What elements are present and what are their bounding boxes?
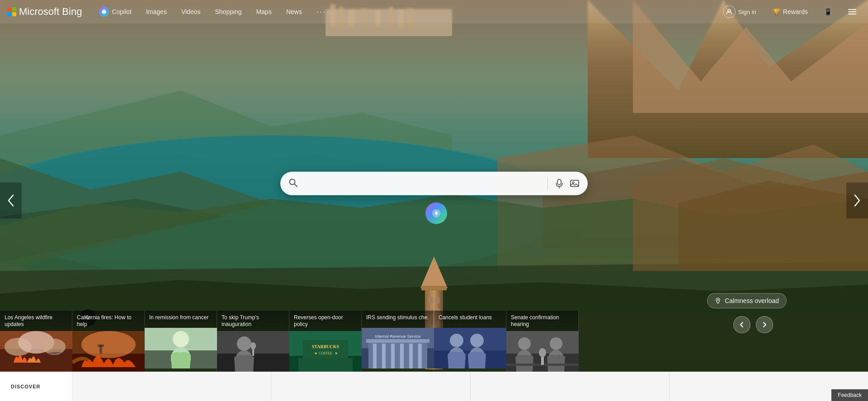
discover-card-1[interactable] — [72, 372, 271, 401]
svg-point-91 — [450, 334, 463, 347]
news-card-image — [145, 328, 217, 368]
news-card-wildfire[interactable]: Los Angeles wildfire updates — [0, 311, 72, 372]
news-card-image — [217, 331, 289, 372]
svg-rect-46 — [571, 180, 579, 187]
nav-news[interactable]: News — [280, 5, 308, 18]
svg-rect-86 — [409, 344, 413, 368]
news-card-starbucks[interactable]: Reverses open-door policy STARBUCKS COFF… — [289, 311, 362, 372]
nav-items: Copilot Images Videos Shopping Maps News… — [93, 4, 718, 19]
svg-rect-85 — [400, 344, 404, 368]
svg-point-99 — [550, 337, 562, 350]
main-next-button[interactable] — [846, 182, 868, 219]
news-card-student[interactable]: Cancels student loans — [434, 311, 506, 372]
svg-rect-77 — [298, 358, 353, 372]
svg-point-103 — [539, 348, 546, 357]
svg-point-69 — [250, 342, 256, 350]
svg-point-97 — [518, 337, 531, 350]
microsoft-logo — [7, 7, 16, 16]
mobile-icon-button[interactable]: 📱 — [820, 6, 836, 18]
news-card-irs[interactable]: IRS sending stimulus che. Internal Reven… — [362, 311, 434, 372]
news-card-title: In remission from cancer — [145, 311, 217, 328]
discover-section: DISCOVER — [0, 372, 868, 401]
search-box[interactable] — [280, 172, 588, 195]
feedback-button[interactable]: Feedback — [831, 389, 868, 401]
news-card-senate[interactable]: Senate confirmation hearing — [506, 311, 579, 372]
discover-card-2[interactable] — [271, 372, 470, 401]
copilot-label: Copilot — [112, 8, 132, 15]
image-search-button[interactable] — [567, 176, 582, 191]
copilot-icon — [99, 7, 109, 17]
svg-rect-82 — [373, 344, 377, 368]
news-prev-button[interactable] — [733, 316, 750, 333]
search-input[interactable] — [302, 179, 544, 188]
svg-rect-59 — [98, 345, 104, 347]
news-card-title: California fires: How to help — [72, 311, 144, 331]
news-card-california[interactable]: California fires: How to help — [72, 311, 145, 372]
news-card-image — [72, 331, 145, 372]
svg-text:★: ★ — [335, 351, 338, 355]
nav-images[interactable]: Images — [140, 5, 173, 18]
svg-point-49 — [717, 299, 719, 301]
search-container — [280, 172, 588, 224]
sign-in-button[interactable]: Sign in — [718, 3, 761, 20]
news-card-title: To skip Trump's inauguration — [217, 311, 289, 331]
location-badge[interactable]: Calmness overload — [707, 293, 787, 308]
nav-shopping[interactable]: Shopping — [208, 5, 248, 18]
hamburger-icon — [848, 9, 856, 14]
svg-rect-87 — [418, 344, 422, 368]
news-card-image — [0, 331, 72, 372]
news-card-title: Los Angeles wildfire updates — [0, 311, 72, 331]
copilot-search-button[interactable] — [425, 202, 447, 224]
ms-yellow-sq — [12, 12, 16, 16]
svg-rect-83 — [382, 344, 386, 368]
svg-rect-81 — [366, 339, 429, 343]
news-card-title: IRS sending stimulus che. — [362, 311, 434, 328]
nav-maps[interactable]: Maps — [250, 5, 278, 18]
menu-button[interactable] — [844, 7, 861, 17]
news-card-title: Senate confirmation hearing — [506, 311, 578, 331]
more-icon: ··· — [316, 7, 326, 17]
svg-text:★: ★ — [314, 351, 317, 355]
svg-rect-72 — [303, 340, 348, 360]
location-pin-icon — [715, 298, 721, 304]
voice-search-button[interactable] — [552, 176, 567, 191]
main-prev-button[interactable] — [0, 182, 22, 219]
ms-red-sq — [7, 7, 11, 11]
svg-rect-27 — [421, 286, 447, 290]
svg-point-40 — [102, 9, 106, 14]
search-divider — [547, 177, 548, 190]
news-card-title: Reverses open-door policy — [289, 311, 361, 331]
svg-rect-29 — [435, 297, 439, 303]
mobile-icon: 📱 — [824, 8, 832, 15]
bing-wordmark: Microsoft Bing — [19, 6, 82, 18]
rewards-button[interactable]: 🏆 Rewards — [768, 6, 812, 18]
svg-text:Internal Revenue Service: Internal Revenue Service — [375, 334, 420, 339]
nav-videos[interactable]: Videos — [175, 5, 207, 18]
bing-logo[interactable]: Microsoft Bing — [7, 6, 82, 18]
news-next-button[interactable] — [756, 316, 773, 333]
nav-copilot[interactable]: Copilot — [93, 4, 138, 19]
news-card-image — [506, 331, 579, 372]
person-icon — [723, 5, 736, 18]
discover-cards — [72, 372, 868, 401]
svg-marker-26 — [420, 256, 448, 288]
svg-point-66 — [237, 336, 251, 351]
news-card-title: Cancels student loans — [434, 311, 506, 328]
svg-line-43 — [294, 184, 297, 187]
discover-card-3[interactable] — [471, 372, 670, 401]
shopping-label: Shopping — [215, 8, 241, 15]
nav-more[interactable]: ··· — [310, 5, 332, 19]
ms-green-sq — [12, 7, 16, 11]
svg-point-62 — [173, 331, 189, 347]
news-card-trump[interactable]: To skip Trump's inauguration — [217, 311, 289, 372]
navbar-right: Sign in 🏆 Rewards 📱 — [718, 3, 861, 20]
news-card-image — [434, 328, 506, 368]
maps-label: Maps — [256, 8, 272, 15]
search-icon — [288, 178, 297, 189]
svg-rect-84 — [391, 344, 395, 368]
videos-label: Videos — [181, 8, 201, 15]
navbar: Microsoft Bing Copilot Images Videos Sho… — [0, 0, 868, 23]
location-text: Calmness overload — [725, 297, 779, 304]
news-card-remission[interactable]: In remission from cancer — [145, 311, 217, 372]
feedback-label: Feedback — [838, 392, 862, 398]
